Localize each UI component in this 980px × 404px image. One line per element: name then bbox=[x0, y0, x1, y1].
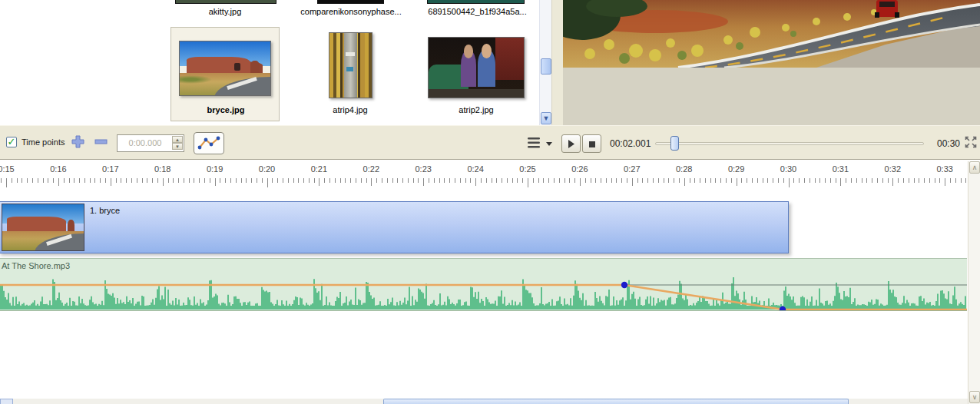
ruler-label: 0:15 bbox=[0, 164, 15, 174]
volume-envelope-button[interactable] bbox=[194, 132, 224, 154]
stop-button[interactable] bbox=[582, 134, 601, 153]
seek-slider-handle[interactable] bbox=[670, 136, 679, 151]
ruler-tick bbox=[293, 178, 294, 183]
ruler-label: 0:29 bbox=[728, 164, 744, 174]
ruler-tick bbox=[137, 178, 137, 183]
file-item-bryce-selected[interactable]: bryce.jpg bbox=[171, 27, 280, 121]
time-point-field[interactable]: 0:00.000 ▲ ▼ bbox=[117, 134, 184, 152]
checkmark-icon: ✓ bbox=[8, 136, 16, 147]
file-item-atrip4[interactable]: atrip4.jpg bbox=[323, 29, 378, 121]
spinner-up-button[interactable]: ▲ bbox=[172, 136, 183, 143]
thumbnail-akitty-partial[interactable] bbox=[175, 0, 276, 4]
play-button[interactable] bbox=[561, 134, 581, 153]
minus-icon bbox=[94, 134, 108, 149]
ruler-tick bbox=[684, 178, 685, 186]
browser-scrollbar-thumb[interactable] bbox=[541, 58, 551, 75]
timeline-vscrollbar[interactable]: ∧ ∨ bbox=[968, 161, 980, 404]
file-label-compare[interactable]: comparenikonsonyphase... bbox=[294, 7, 408, 16]
ruler-label: 0:33 bbox=[936, 164, 952, 174]
clip-label: 1. bryce bbox=[90, 206, 120, 215]
pane-splitter[interactable] bbox=[551, 0, 563, 125]
envelope-curve-icon bbox=[194, 133, 223, 154]
ruler-tick bbox=[470, 178, 471, 183]
ruler-tick bbox=[272, 178, 273, 183]
ruler-label: 0:24 bbox=[467, 164, 483, 174]
ruler-tick bbox=[595, 178, 596, 183]
add-time-point-button[interactable] bbox=[69, 134, 86, 150]
ruler-tick bbox=[58, 178, 59, 186]
ruler-tick bbox=[402, 178, 403, 183]
ruler-tick bbox=[319, 178, 319, 186]
ruler-tick bbox=[569, 178, 570, 183]
hscroll-left-button[interactable] bbox=[0, 399, 13, 404]
envelope-control-point[interactable] bbox=[621, 282, 627, 288]
ruler-tick bbox=[48, 178, 48, 183]
ruler-tick bbox=[836, 178, 836, 183]
ruler-tick bbox=[246, 178, 247, 183]
ruler-tick bbox=[465, 178, 466, 183]
hscroll-thumb[interactable] bbox=[383, 399, 849, 404]
file-label-atrip4[interactable]: atrip4.jpg bbox=[312, 105, 389, 114]
thumbnail-compare-partial[interactable] bbox=[317, 0, 384, 4]
fullscreen-button[interactable] bbox=[964, 135, 978, 149]
ruler-tick bbox=[892, 178, 893, 186]
clip-thumbnail bbox=[2, 204, 84, 251]
ruler-tick bbox=[945, 178, 945, 186]
ruler-tick bbox=[43, 178, 44, 183]
file-label-akitty[interactable]: akitty.jpg bbox=[179, 7, 271, 16]
ruler-tick bbox=[449, 178, 450, 183]
video-clip-bryce[interactable]: 1. bryce bbox=[0, 201, 789, 253]
ruler-tick bbox=[830, 178, 831, 183]
ruler-tick bbox=[69, 178, 70, 183]
ruler-tick bbox=[752, 178, 753, 183]
remove-time-point-button[interactable] bbox=[92, 134, 109, 150]
ruler-tick bbox=[632, 178, 633, 186]
time-ruler[interactable]: 0:150:160:170:180:190:200:210:220:230:24… bbox=[0, 161, 968, 187]
thumbnail-6891-partial[interactable] bbox=[427, 0, 525, 4]
file-label-bryce[interactable]: bryce.jpg bbox=[171, 105, 280, 114]
ruler-tick bbox=[475, 178, 476, 186]
seek-slider-track[interactable] bbox=[655, 142, 924, 145]
ruler-tick bbox=[303, 178, 304, 183]
ruler-tick bbox=[460, 178, 461, 183]
ruler-tick bbox=[17, 178, 18, 183]
timeline-scroll-down-button[interactable]: ∨ bbox=[969, 391, 980, 403]
file-label-6891[interactable]: 6891500442_b1f934a5a... bbox=[422, 7, 533, 16]
file-item-atrip2[interactable]: atrip2.jpg bbox=[422, 29, 530, 121]
time-points-checkbox[interactable]: ✓ bbox=[6, 137, 17, 147]
ruler-tick bbox=[919, 178, 919, 183]
play-icon bbox=[567, 139, 576, 149]
ruler-tick bbox=[548, 178, 549, 183]
thumbnail-bryce[interactable] bbox=[179, 41, 271, 96]
ruler-tick bbox=[804, 178, 805, 183]
ruler-tick bbox=[737, 178, 737, 186]
timeline-scroll-up-button[interactable]: ∧ bbox=[969, 161, 980, 174]
ruler-tick bbox=[819, 178, 820, 183]
timeline-hscrollbar[interactable] bbox=[0, 399, 968, 404]
spinner-down-button[interactable]: ▼ bbox=[172, 143, 183, 150]
ruler-tick bbox=[257, 178, 257, 183]
ruler-tick bbox=[105, 178, 106, 183]
audio-track[interactable]: At The Shore.mp3 bbox=[0, 258, 967, 311]
ruler-tick bbox=[606, 178, 607, 183]
ruler-tick bbox=[950, 178, 951, 183]
ruler-tick bbox=[277, 178, 278, 183]
ruler-tick bbox=[888, 178, 889, 183]
ruler-tick bbox=[12, 178, 12, 183]
browser-scrollbar[interactable]: ▼ bbox=[539, 0, 551, 125]
file-label-atrip2[interactable]: atrip2.jpg bbox=[430, 105, 522, 114]
ruler-label: 0:28 bbox=[676, 164, 692, 174]
ruler-tick bbox=[418, 178, 419, 183]
browser-scroll-down-button[interactable]: ▼ bbox=[541, 112, 551, 124]
ruler-tick bbox=[111, 178, 111, 186]
ruler-tick bbox=[601, 178, 601, 183]
ruler-tick bbox=[642, 178, 643, 183]
ruler-label: 0:20 bbox=[259, 164, 275, 174]
ruler-tick bbox=[747, 178, 747, 183]
track-menu-button[interactable] bbox=[527, 136, 553, 150]
thumbnail-atrip4[interactable] bbox=[329, 32, 372, 98]
thumbnail-atrip2[interactable] bbox=[428, 37, 525, 98]
timeline-toolbar: ✓ Time points 0:00.000 ▲ ▼ bbox=[0, 125, 980, 160]
ruler-tick bbox=[267, 178, 268, 187]
ruler-tick bbox=[627, 178, 627, 183]
